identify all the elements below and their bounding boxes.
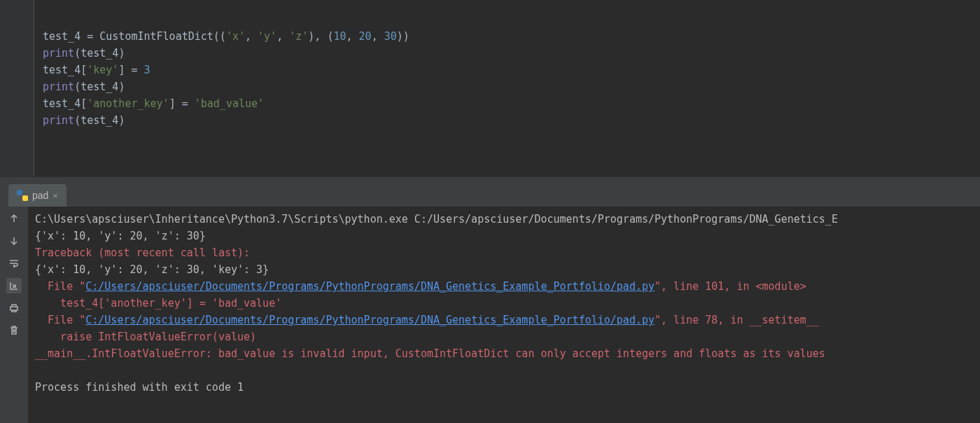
python-icon [17,190,28,201]
output-line: {'x': 10, 'y': 20, 'z': 30, 'key': 3} [35,263,269,276]
code-block[interactable]: test_4 = CustomIntFloatDict(('x', 'y', '… [34,0,410,176]
error-line: __main__.IntFloatValueError: bad_value i… [35,347,825,360]
traceback-line: raise IntFloatValueError(value) [35,331,256,343]
console-body: C:\Users\apsciuser\Inheritance\Python3.7… [0,207,980,423]
code-line: test_4['another_key'] = 'bad_value' [43,97,264,110]
tool-window-tab-bar: pad × [0,177,980,207]
tab-label: pad [32,190,48,201]
run-tab-pad[interactable]: pad × [8,184,66,207]
traceback-line: File "C:/Users/apsciuser/Documents/Progr… [35,314,819,326]
scroll-up-icon[interactable] [6,211,22,226]
svg-rect-0 [10,307,18,310]
console-output[interactable]: C:\Users\apsciuser\Inheritance\Python3.7… [28,207,980,423]
run-tool-window: pad × C:\Users\apsciuser\Inheri [0,176,980,423]
code-line: test_4 = CustomIntFloatDict(('x', 'y', '… [43,30,410,43]
scroll-down-icon[interactable] [6,233,22,249]
file-link[interactable]: C:/Users/apsciuser/Documents/Programs/Py… [85,280,654,293]
print-icon[interactable] [6,300,22,316]
console-toolbar [0,207,28,423]
code-line: print(test_4) [43,114,125,127]
file-link[interactable]: C:/Users/apsciuser/Documents/Programs/Py… [85,314,654,326]
code-line: print(test_4) [43,81,125,93]
editor-gutter [0,0,34,176]
soft-wrap-icon[interactable] [6,256,22,271]
output-line: {'x': 10, 'y': 20, 'z': 30} [35,230,206,242]
traceback-line: Traceback (most recent call last): [35,247,250,259]
code-line: test_4['key'] = 3 [43,64,150,76]
code-line: print(test_4) [43,47,125,60]
traceback-line: File "C:/Users/apsciuser/Documents/Progr… [35,280,806,293]
close-icon[interactable]: × [52,190,58,201]
exit-line: Process finished with exit code 1 [35,381,244,394]
traceback-line: test_4['another_key'] = 'bad_value' [35,297,281,310]
output-line: C:\Users\apsciuser\Inheritance\Python3.7… [35,213,838,226]
scroll-to-end-icon[interactable] [6,278,22,293]
code-editor[interactable]: test_4 = CustomIntFloatDict(('x', 'y', '… [0,0,980,176]
trash-icon[interactable] [6,323,22,338]
